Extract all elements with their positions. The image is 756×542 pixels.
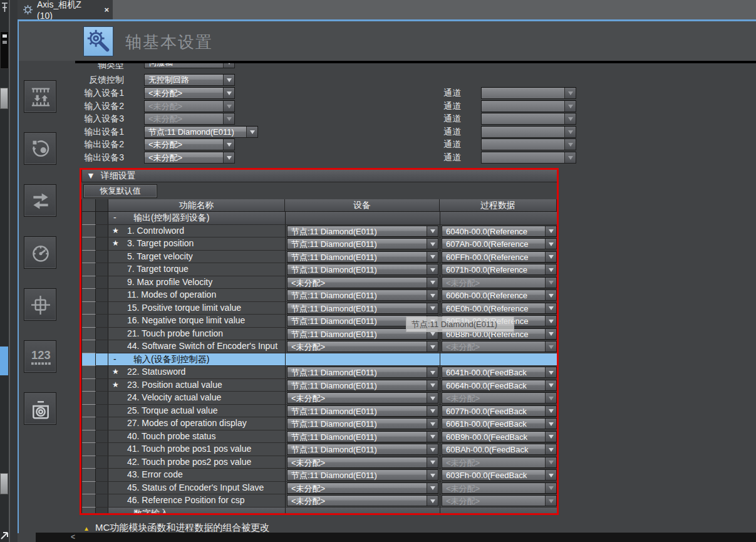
table-row[interactable]: 43. Error code节点:11 Diamond(E011)603Fh-0… [82, 469, 557, 482]
chevron-down-icon[interactable] [427, 252, 438, 262]
chevron-down-icon[interactable] [427, 341, 438, 352]
table-row[interactable]: 42. Touch probe pos2 pos value<未分配><未分配> [82, 456, 557, 469]
chevron-down-icon[interactable] [427, 303, 438, 313]
chevron-down-icon[interactable] [545, 419, 556, 429]
device-dropdown[interactable]: 节点:11 Diamond(E011) [287, 226, 438, 237]
table-row[interactable]: 24. Velocity actual value<未分配><未分配> [82, 392, 557, 405]
chevron-down-icon[interactable] [427, 367, 438, 377]
table-row[interactable]: 44. Software Switch of Encoder's Input<未… [82, 340, 557, 353]
chevron-down-icon[interactable] [223, 101, 234, 112]
table-row[interactable]: ★23. Position actual value节点:11 Diamond(… [82, 379, 557, 392]
chevron-down-icon[interactable] [545, 290, 556, 300]
chevron-down-icon[interactable] [545, 406, 556, 416]
sidebar-item-position-count-settings[interactable]: 123 [24, 340, 56, 373]
chevron-down-icon[interactable] [427, 432, 438, 442]
chevron-down-icon[interactable] [545, 264, 556, 274]
chevron-down-icon[interactable] [223, 139, 234, 150]
channel-dropdown[interactable] [481, 138, 576, 150]
process-data-dropdown[interactable]: 60B9h-00.0(FeedBack [442, 431, 557, 442]
device-dropdown[interactable]: 节点:11 Diamond(E011) [287, 431, 438, 442]
device-dropdown[interactable]: 节点:11 Diamond(E011) [287, 444, 438, 455]
table-row[interactable]: 5. Target velocity节点:11 Diamond(E011)60F… [82, 251, 557, 264]
sidebar-item-limit-settings[interactable] [24, 236, 56, 269]
process-data-dropdown[interactable]: 6077h-00.0(FeedBack [442, 405, 557, 417]
process-data-dropdown[interactable]: 6040h-00.0(Reference [442, 226, 557, 237]
channel-dropdown[interactable] [481, 87, 576, 99]
corner-pin-icon[interactable] [0, 528, 9, 541]
chevron-down-icon[interactable] [545, 239, 556, 249]
chevron-down-icon[interactable] [545, 496, 556, 506]
chevron-down-icon[interactable] [564, 152, 576, 163]
process-data-dropdown[interactable]: 603Fh-00.0(FeedBack [442, 469, 557, 481]
chevron-down-icon[interactable] [223, 113, 234, 124]
device-dropdown[interactable]: 节点:11 Diamond(E011) [287, 303, 438, 314]
process-data-dropdown[interactable]: 6041h-00.0(FeedBack [442, 367, 557, 378]
device-dropdown[interactable]: 节点:11 Diamond(E011) [287, 289, 438, 301]
process-data-dropdown[interactable]: 60BAh-00.0(FeedBack [442, 444, 557, 455]
chevron-down-icon[interactable] [545, 367, 556, 377]
sidebar-item-other-operation-settings[interactable] [24, 184, 56, 217]
minimized-panel-icon[interactable] [0, 31, 9, 69]
chevron-down-icon[interactable] [545, 329, 556, 339]
group-collapse-indicator[interactable]: - [113, 212, 117, 224]
table-row[interactable]: 45. Status of Encoder's Input Slave<未分配>… [82, 482, 557, 495]
device-dropdown[interactable]: <未分配> [287, 277, 438, 288]
table-row[interactable]: 40. Touch probe status节点:11 Diamond(E011… [82, 430, 557, 444]
chevron-down-icon[interactable] [545, 316, 556, 326]
process-data-dropdown[interactable]: <未分配> [442, 457, 557, 468]
rail-button-top[interactable] [0, 88, 8, 109]
device-dropdown[interactable]: 节点:11 Diamond(E011) [144, 126, 258, 138]
tab-close-icon[interactable]: × [104, 5, 109, 14]
group-row[interactable]: -输入(设备到控制器) [82, 353, 557, 367]
device-dropdown[interactable]: 无控制回路 [144, 74, 235, 86]
details-section-header[interactable]: ▼ 详细设置 [81, 169, 557, 182]
chevron-down-icon[interactable] [564, 127, 576, 137]
device-dropdown[interactable]: 节点:11 Diamond(E011) [287, 418, 438, 429]
collapse-icon[interactable]: ▼ [86, 170, 95, 180]
chevron-down-icon[interactable] [427, 278, 438, 288]
process-data-dropdown[interactable]: 60FFh-00.0(Reference [442, 251, 557, 263]
device-dropdown[interactable]: 节点:11 Diamond(E011) [287, 238, 438, 249]
device-dropdown[interactable]: 节点:11 Diamond(E011) [287, 469, 438, 481]
chevron-down-icon[interactable] [427, 483, 438, 493]
device-dropdown[interactable]: 节点:11 Diamond(E011) [287, 367, 438, 378]
chevron-down-icon[interactable] [564, 139, 576, 150]
chevron-down-icon[interactable] [427, 290, 438, 300]
chevron-down-icon[interactable] [223, 75, 234, 85]
process-data-dropdown[interactable]: 6060h-00.0(Reference [442, 289, 557, 301]
channel-dropdown[interactable] [481, 152, 576, 164]
chevron-down-icon[interactable] [427, 457, 438, 467]
chevron-down-icon[interactable] [545, 380, 556, 390]
table-row[interactable]: 46. Reference Position for csp<未分配><未分配> [82, 494, 557, 508]
process-data-dropdown[interactable]: 6061h-00.0(FeedBack [442, 418, 557, 429]
chevron-down-icon[interactable] [545, 432, 556, 442]
chevron-down-icon[interactable] [223, 152, 234, 163]
chevron-down-icon[interactable] [545, 341, 556, 352]
device-dropdown[interactable]: <未分配> [287, 495, 438, 506]
chevron-down-icon[interactable] [545, 278, 556, 288]
device-dropdown[interactable]: <未分配> [144, 138, 235, 150]
device-dropdown[interactable]: <未分配> [287, 457, 438, 468]
chevron-down-icon[interactable] [545, 303, 556, 313]
chevron-down-icon[interactable] [427, 496, 438, 506]
chevron-down-icon[interactable] [427, 239, 438, 249]
device-dropdown[interactable]: <未分配> [287, 341, 438, 352]
table-row[interactable]: ★22. Statusword节点:11 Diamond(E011)6041h-… [82, 366, 557, 379]
chevron-down-icon[interactable] [427, 419, 438, 429]
chevron-down-icon[interactable] [545, 483, 556, 493]
table-row[interactable]: 25. Torque actual value节点:11 Diamond(E01… [82, 405, 557, 418]
chevron-down-icon[interactable] [246, 127, 257, 137]
table-row[interactable]: ★1. Controlword节点:11 Diamond(E011)6040h-… [82, 225, 557, 238]
device-dropdown[interactable]: <未分配> [144, 152, 235, 164]
device-dropdown[interactable]: <未分配> [144, 113, 235, 125]
device-dropdown[interactable]: 节点:11 Diamond(E011) [287, 380, 438, 391]
sidebar-item-servo-drive-settings[interactable] [24, 392, 56, 425]
pin-icon[interactable] [1, 1, 9, 14]
group-collapse-indicator[interactable]: - [113, 353, 117, 365]
chevron-down-icon[interactable] [564, 88, 576, 98]
sidebar-item-operation-settings[interactable] [24, 132, 56, 165]
device-dropdown[interactable]: 节点:11 Diamond(E011) [287, 251, 438, 263]
chevron-down-icon[interactable] [427, 380, 438, 390]
chevron-down-icon[interactable] [427, 226, 438, 236]
device-dropdown[interactable]: 节点:11 Diamond(E011) [287, 405, 438, 417]
